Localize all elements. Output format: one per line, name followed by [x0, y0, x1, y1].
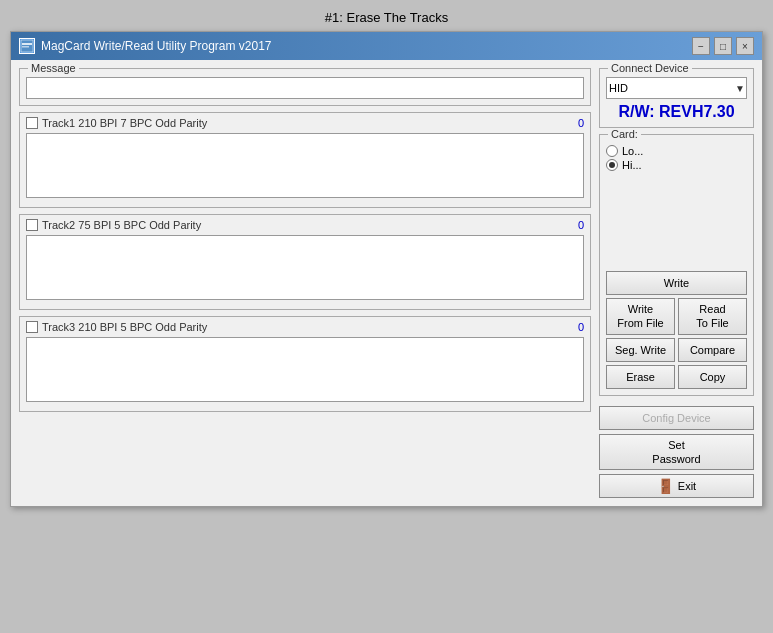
window-title: MagCard Write/Read Utility Program v2017: [41, 39, 272, 53]
minimize-button[interactable]: −: [692, 37, 710, 55]
bottom-buttons: Config Device Set Password 🚪 Exit: [599, 406, 754, 499]
track3-label: Track3 210 BPI 5 BPC Odd Parity: [42, 321, 207, 333]
track2-checkbox[interactable]: [26, 219, 38, 231]
track3-checkbox[interactable]: [26, 321, 38, 333]
right-panel: Connect Device HID ▼ R/W: REVH7.30 Card:…: [599, 68, 754, 498]
track2-textarea[interactable]: [26, 235, 584, 300]
track2-count: 0: [578, 219, 584, 231]
action-buttons-grid: Write Write From File Read To File Seg. …: [606, 271, 747, 389]
hi-radio-row: Hi...: [606, 159, 747, 171]
write-from-file-button[interactable]: Write From File: [606, 298, 675, 335]
exit-icon: 🚪: [657, 478, 674, 494]
exit-label: Exit: [678, 480, 696, 492]
hi-radio[interactable]: [606, 159, 618, 171]
track1-count: 0: [578, 117, 584, 129]
set-password-button[interactable]: Set Password: [599, 434, 754, 471]
write-button[interactable]: Write: [606, 271, 747, 295]
hi-radio-label: Hi...: [622, 159, 642, 171]
page-title: #1: Erase The Tracks: [325, 10, 448, 25]
main-content: Message Track1 210 BPI 7 BPC Odd Parity …: [11, 60, 762, 506]
lo-radio[interactable]: [606, 145, 618, 157]
device-select-wrapper: HID ▼: [606, 77, 747, 99]
close-button[interactable]: ×: [736, 37, 754, 55]
seg-write-button[interactable]: Seg. Write: [606, 338, 675, 362]
card-group: Card: Lo... Hi... Erase Please Swipe Ca …: [599, 134, 754, 396]
read-to-file-button[interactable]: Read To File: [678, 298, 747, 335]
rw-version: R/W: REVH7.30: [606, 103, 747, 121]
svg-rect-2: [22, 46, 29, 48]
restore-button[interactable]: □: [714, 37, 732, 55]
svg-rect-1: [22, 43, 32, 45]
config-device-button[interactable]: Config Device: [599, 406, 754, 430]
track3-textarea[interactable]: [26, 337, 584, 402]
message-label: Message: [28, 62, 79, 74]
track1-group: Track1 210 BPI 7 BPC Odd Parity 0: [19, 112, 591, 208]
card-group-label: Card:: [608, 128, 641, 140]
lo-radio-row: Lo...: [606, 145, 747, 157]
device-select[interactable]: HID: [606, 77, 747, 99]
copy-button[interactable]: Copy: [678, 365, 747, 389]
track2-group: Track2 75 BPI 5 BPC Odd Parity 0: [19, 214, 591, 310]
track3-count: 0: [578, 321, 584, 333]
message-group: Message: [19, 68, 591, 106]
track1-textarea[interactable]: [26, 133, 584, 198]
title-bar: MagCard Write/Read Utility Program v2017…: [11, 32, 762, 60]
lo-radio-label: Lo...: [622, 145, 643, 157]
erase-button[interactable]: Erase: [606, 365, 675, 389]
track2-label: Track2 75 BPI 5 BPC Odd Parity: [42, 219, 201, 231]
title-bar-controls: − □ ×: [692, 37, 754, 55]
connect-device-group: Connect Device HID ▼ R/W: REVH7.30: [599, 68, 754, 128]
track1-label: Track1 210 BPI 7 BPC Odd Parity: [42, 117, 207, 129]
track1-checkbox[interactable]: [26, 117, 38, 129]
message-input[interactable]: [26, 77, 584, 99]
compare-button[interactable]: Compare: [678, 338, 747, 362]
track3-group: Track3 210 BPI 5 BPC Odd Parity 0: [19, 316, 591, 412]
connect-device-label: Connect Device: [608, 62, 692, 74]
app-window: MagCard Write/Read Utility Program v2017…: [10, 31, 763, 507]
exit-button[interactable]: 🚪 Exit: [599, 474, 754, 498]
app-icon: [19, 38, 35, 54]
left-panel: Message Track1 210 BPI 7 BPC Odd Parity …: [19, 68, 591, 498]
